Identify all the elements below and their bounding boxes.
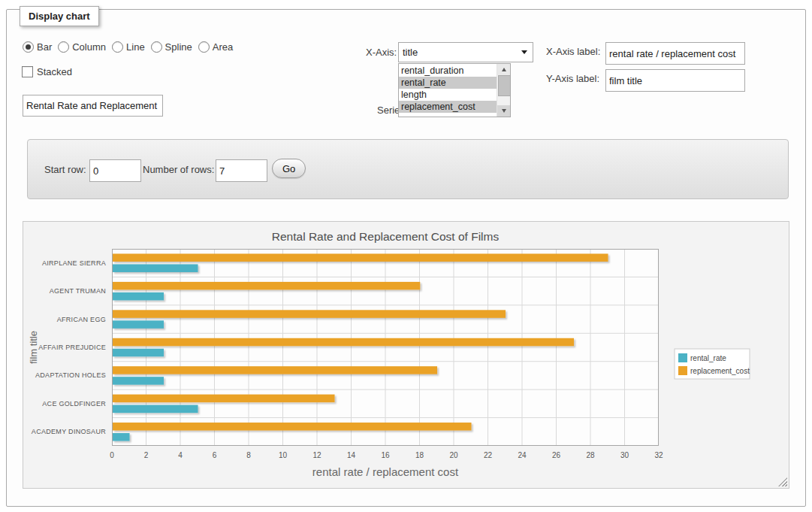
bar-rental_rate (113, 320, 164, 329)
bar-replacement_cost (113, 423, 472, 431)
category-label: AFRICAN EGG (57, 316, 106, 323)
bar-rental_rate (113, 405, 198, 414)
bar-replacement_cost (113, 282, 420, 290)
x-tick-label: 6 (213, 451, 217, 459)
x-tick-label: 0 (110, 451, 114, 459)
series-option-length[interactable]: length (399, 89, 497, 101)
x-axis-label-input[interactable] (605, 42, 745, 65)
bar-replacement_cost (113, 366, 437, 374)
chart-mount: Rental Rate and Replacement Cost of Film… (23, 222, 789, 486)
x-axis-title: rental rate / replacement cost (312, 465, 459, 478)
chart-panel: Rental Rate and Replacement Cost of Film… (23, 221, 789, 489)
dropdown-arrow-icon (521, 50, 527, 54)
x-axis-select-label: X-Axis: (366, 47, 397, 58)
chart-title: Rental Rate and Replacement Cost of Film… (272, 230, 500, 243)
legend-swatch-rental_rate (678, 353, 687, 362)
category-label: AIRPLANE SIERRA (42, 259, 106, 267)
stacked-label: Stacked (37, 66, 72, 77)
bar-rental_rate (113, 349, 164, 357)
panel-legend: Display chart (20, 6, 99, 26)
radio-option-label: Spline (165, 41, 192, 53)
go-button[interactable]: Go (272, 159, 306, 178)
legend-swatch-replacement_cost (678, 366, 687, 375)
x-tick-label: 24 (518, 451, 527, 459)
scroll-down-icon[interactable] (497, 105, 510, 117)
category-label: ACADEMY DINOSAUR (32, 428, 106, 435)
category-label: ADAPTATION HOLES (35, 371, 106, 379)
bar-rental_rate (113, 292, 164, 301)
x-tick-label: 2 (144, 451, 149, 459)
x-axis-label-label: X-Axis label: (546, 46, 600, 57)
checkbox-icon[interactable] (22, 66, 33, 77)
chart-title-input[interactable] (23, 95, 163, 117)
radio-icon[interactable] (23, 41, 34, 53)
series-option-rental_rate[interactable]: rental_rate (399, 77, 497, 89)
radio-option-label: Line (126, 41, 145, 53)
chart-type-radio-group: BarColumnLineSplineArea (23, 41, 233, 53)
legend-label-replacement_cost: replacement_cost (690, 367, 750, 375)
x-tick-label: 20 (449, 451, 458, 459)
bar-rental_rate (113, 433, 130, 441)
series-multiselect[interactable]: rental_durationrental_ratelengthreplacem… (398, 63, 511, 117)
chart-type-radio-line[interactable]: Line (112, 41, 145, 53)
series-option-rental_duration[interactable]: rental_duration (399, 65, 497, 77)
number-of-rows-input[interactable] (216, 159, 267, 182)
radio-option-label: Column (72, 41, 106, 53)
radio-option-label: Area (213, 41, 233, 53)
chart-svg: Rental Rate and Replacement Cost of Film… (23, 222, 787, 486)
start-row-input[interactable] (89, 159, 141, 182)
y-axis-label-input[interactable] (605, 69, 745, 92)
radio-icon[interactable] (151, 41, 162, 53)
scrollbar-thumb[interactable] (498, 75, 511, 96)
bar-replacement_cost (113, 310, 506, 318)
radio-icon[interactable] (58, 41, 69, 53)
x-tick-label: 14 (347, 451, 356, 459)
x-tick-label: 16 (381, 451, 390, 459)
bar-replacement_cost (113, 253, 608, 262)
y-axis-label-label: Y-Axis label: (546, 73, 599, 84)
scroll-up-icon[interactable] (497, 64, 510, 75)
x-axis-selected-value: title (403, 47, 418, 58)
radio-option-label: Bar (37, 41, 52, 53)
chart-type-radio-area[interactable]: Area (198, 41, 233, 53)
category-label: AGENT TRUMAN (50, 287, 106, 295)
chart-type-radio-bar[interactable]: Bar (23, 41, 52, 53)
chart-type-radio-spline[interactable]: Spline (151, 41, 192, 53)
x-tick-label: 4 (178, 451, 183, 459)
bar-replacement_cost (113, 395, 335, 403)
x-tick-label: 8 (246, 451, 251, 459)
x-tick-label: 26 (552, 451, 561, 459)
x-tick-label: 30 (620, 451, 629, 459)
x-tick-label: 32 (654, 451, 663, 459)
x-tick-label: 22 (484, 451, 493, 459)
y-axis-title: film title (28, 331, 39, 364)
stacked-option[interactable]: Stacked (22, 66, 72, 77)
bar-rental_rate (113, 264, 198, 272)
series-option-replacement_cost[interactable]: replacement_cost (399, 101, 497, 113)
x-tick-label: 12 (312, 451, 321, 459)
legend-label-rental_rate: rental_rate (690, 354, 726, 362)
series-scrollbar[interactable] (497, 64, 510, 117)
rows-subpanel (27, 139, 789, 199)
x-tick-label: 28 (586, 451, 595, 459)
chart-type-radio-column[interactable]: Column (58, 41, 106, 53)
radio-icon[interactable] (112, 41, 123, 53)
start-row-label: Start row: (44, 164, 86, 175)
category-label: ACE GOLDFINGER (42, 400, 106, 407)
number-of-rows-label: Number of rows: (143, 164, 214, 175)
x-axis-select[interactable]: title (398, 42, 533, 62)
radio-icon[interactable] (198, 41, 210, 53)
x-tick-label: 10 (279, 451, 288, 459)
series-options: rental_durationrental_ratelengthreplacem… (399, 65, 497, 113)
x-tick-label: 18 (415, 451, 424, 459)
bar-rental_rate (113, 377, 164, 385)
category-label: AFFAIR PREJUDICE (38, 344, 106, 351)
bar-replacement_cost (113, 338, 574, 347)
